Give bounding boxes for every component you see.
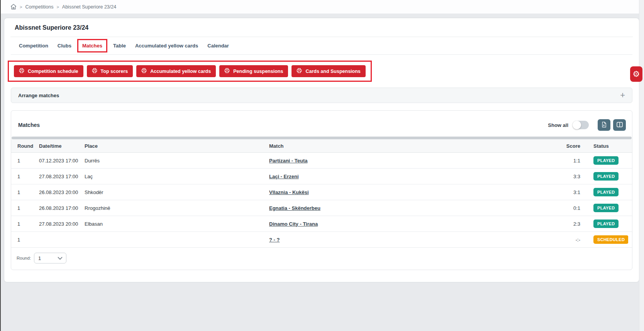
- breadcrumb-current: Abissnet Superiore 23/24: [62, 4, 116, 10]
- table-row: 1 26.08.2023 20:00 Shkodër Vllaznia - Ku…: [11, 184, 632, 200]
- cell-round: 1: [16, 174, 37, 179]
- top-scorers-button[interactable]: Top scorers: [87, 65, 133, 77]
- status-badge: PLAYED: [593, 204, 619, 212]
- gear-icon: ⚙︎: [633, 69, 640, 79]
- show-all-toggle[interactable]: [573, 121, 589, 129]
- window-left-edge: [0, 0, 1, 331]
- breadcrumb-link-competitions[interactable]: Competitions: [25, 4, 53, 10]
- cell-match: Vllaznia - Kukësi: [268, 189, 550, 195]
- cell-score: 2:3: [550, 221, 582, 227]
- tab-clubs[interactable]: Clubs: [53, 38, 76, 53]
- printer-icon: [141, 68, 147, 74]
- toggle-knob: [573, 121, 581, 129]
- cell-match: Egnatia - Skënderbeu: [268, 205, 550, 211]
- cell-round: 1: [16, 237, 37, 243]
- chevron-down-icon: [58, 255, 63, 261]
- status-badge: PLAYED: [593, 188, 619, 196]
- tab-bar: Competition Clubs Matches Table Accumula…: [11, 37, 632, 55]
- arrange-matches-accordion[interactable]: Arrange matches +: [11, 88, 632, 103]
- status-badge: PLAYED: [593, 156, 619, 165]
- page-title: Abissnet Superiore 23/24: [11, 18, 632, 37]
- cell-datetime: 27.08.2023 17:00: [37, 174, 83, 179]
- cell-status: PLAYED: [582, 172, 628, 181]
- accumulated-yellow-cards-button[interactable]: Accumulated yellow cards: [136, 65, 216, 77]
- cell-status: PLAYED: [582, 204, 628, 212]
- matches-panel-header: Matches Show all x: [11, 111, 632, 137]
- header-round: Round: [16, 143, 37, 149]
- tab-competition[interactable]: Competition: [14, 38, 53, 53]
- cell-match: Laçi - Erzeni: [268, 174, 550, 179]
- status-badge: PLAYED: [593, 220, 619, 228]
- show-all-label: Show all: [548, 122, 568, 128]
- status-badge: SCHEDULED: [593, 235, 628, 244]
- cell-datetime: 07.12.2023 17:00: [37, 158, 83, 164]
- breadcrumb-bar: > Competitions > Abissnet Superiore 23/2…: [0, 0, 644, 14]
- competition-schedule-button[interactable]: Competition schedule: [14, 65, 83, 77]
- cell-datetime: 26.08.2023 20:00: [37, 189, 83, 195]
- printer-icon: [224, 68, 230, 74]
- round-select[interactable]: 1: [34, 253, 66, 263]
- cell-score: 3:1: [550, 189, 582, 195]
- matches-panel: Matches Show all x: [11, 110, 632, 270]
- pending-suspensions-button[interactable]: Pending suspensions: [219, 65, 288, 77]
- table-row: 1 07.12.2023 17:00 Durrës Partizani - Te…: [11, 153, 632, 169]
- matches-table-body: 1 07.12.2023 17:00 Durrës Partizani - Te…: [11, 153, 632, 248]
- matches-title: Matches: [18, 122, 40, 128]
- cell-match: Dinamo City - Tirana: [268, 221, 550, 227]
- columns-icon: [617, 122, 623, 128]
- header-place: Place: [83, 143, 268, 149]
- round-select-value: 1: [38, 255, 41, 261]
- status-badge: PLAYED: [593, 172, 619, 181]
- export-file-button[interactable]: x: [598, 119, 610, 131]
- table-row: 1 27.08.2023 20:00 Elbasan Dinamo City -…: [11, 216, 632, 232]
- cell-status: PLAYED: [582, 220, 628, 228]
- tab-calendar[interactable]: Calendar: [203, 38, 234, 53]
- print-buttons-row: Competition schedule Top scorers Accumul…: [8, 61, 632, 82]
- match-link[interactable]: ? - ?: [269, 237, 280, 243]
- table-row: 1 26.08.2023 17:00 Rrogozhinë Egnatia - …: [11, 200, 632, 216]
- cell-match: Partizani - Teuta: [268, 158, 550, 164]
- table-row: 1 27.08.2023 17:00 Laç Laçi - Erzeni 3:3…: [11, 169, 632, 184]
- cards-and-suspensions-button[interactable]: Cards and Suspensions: [291, 65, 365, 77]
- match-link[interactable]: Laçi - Erzeni: [269, 174, 299, 179]
- round-label: Round:: [17, 256, 31, 260]
- tab-matches[interactable]: Matches: [77, 39, 107, 52]
- tab-accumulated-yellow-cards[interactable]: Accumulated yellow cards: [130, 38, 203, 53]
- tab-table[interactable]: Table: [108, 38, 130, 53]
- expand-plus-icon[interactable]: +: [620, 91, 625, 100]
- file-export-icon: x: [601, 122, 607, 129]
- breadcrumb: > Competitions > Abissnet Superiore 23/2…: [10, 4, 116, 10]
- competition-card: Abissnet Superiore 23/24 Competition Clu…: [4, 18, 639, 282]
- cell-status: SCHEDULED: [582, 235, 628, 244]
- page-vertical-scrollbar[interactable]: [639, 0, 644, 331]
- cell-place: Durrës: [83, 158, 268, 164]
- table-footer: Round: 1: [11, 248, 632, 263]
- cell-round: 1: [16, 221, 37, 227]
- printer-icon: [297, 68, 302, 74]
- annotation-highlight-print-buttons: Competition schedule Top scorers Accumul…: [8, 61, 372, 82]
- cell-place: Laç: [83, 174, 268, 179]
- cell-score: 0:1: [550, 205, 582, 211]
- cell-score: 3:3: [550, 174, 582, 179]
- columns-view-button[interactable]: [613, 119, 626, 131]
- match-link[interactable]: Partizani - Teuta: [269, 158, 307, 164]
- header-match: Match: [268, 143, 550, 149]
- table-horizontal-scrollbar[interactable]: [12, 137, 632, 139]
- match-link[interactable]: Egnatia - Skënderbeu: [269, 205, 320, 211]
- app-viewport: > Competitions > Abissnet Superiore 23/2…: [0, 0, 644, 331]
- match-link[interactable]: Vllaznia - Kukësi: [269, 189, 309, 195]
- breadcrumb-separator: >: [20, 5, 22, 9]
- printer-icon: [92, 68, 97, 74]
- header-datetime: Date/time: [37, 143, 83, 149]
- match-link[interactable]: Dinamo City - Tirana: [269, 221, 318, 227]
- arrange-matches-title: Arrange matches: [18, 93, 59, 98]
- cell-status: PLAYED: [582, 188, 628, 196]
- printer-icon: [19, 68, 24, 74]
- cell-score: -:-: [550, 237, 582, 243]
- header-status: Status: [582, 143, 628, 149]
- cell-round: 1: [16, 158, 37, 164]
- home-icon[interactable]: [10, 4, 17, 10]
- matches-controls: Show all x: [548, 119, 626, 131]
- cell-datetime: 27.08.2023 20:00: [37, 221, 83, 227]
- settings-fab[interactable]: ⚙︎: [630, 66, 642, 82]
